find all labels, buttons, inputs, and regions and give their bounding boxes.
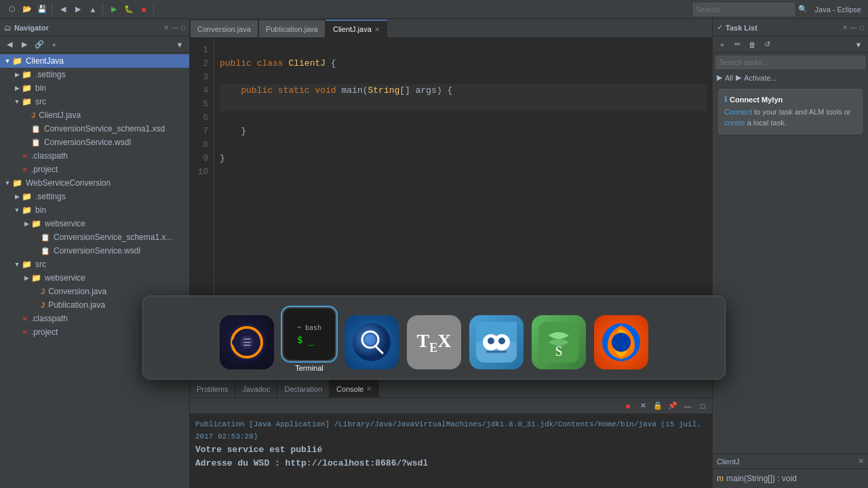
nav-new-btn[interactable]: + <box>47 38 61 52</box>
dock-app-tex[interactable]: TEX <box>407 315 461 372</box>
nav-menu-btn[interactable]: ▼ <box>173 38 186 52</box>
tree-item-webservice_conv[interactable]: ▼📁WebServiceConversion <box>0 176 189 190</box>
toolbar-btn-forward[interactable]: ▶ <box>71 3 85 16</box>
bottom-tab-console[interactable]: Console✕ <box>330 380 379 398</box>
console-minimize-btn[interactable]: — <box>681 399 694 413</box>
toolbar-btn-back[interactable]: ◀ <box>56 3 70 16</box>
task-filter-activate-label[interactable]: Activate... <box>744 74 776 82</box>
tree-item-cservice_xsd[interactable]: 📋ConversionService_schema1.xsd <box>0 122 189 136</box>
tree-item-bin1[interactable]: ▶📁bin <box>0 81 189 95</box>
tree-item-project1[interactable]: ✕.project <box>0 163 189 176</box>
connect-link[interactable]: Connect <box>724 108 752 116</box>
bottom-tabs: ProblemsJavadocDeclarationConsole✕ <box>190 380 712 398</box>
console-stop-btn[interactable]: ■ <box>621 399 635 413</box>
tree-arrow: ▶ <box>12 71 22 78</box>
task-refresh-btn[interactable]: ↺ <box>760 38 774 52</box>
tree-item-label: ClientJ.java <box>39 110 81 120</box>
console-line: Publication [Java Application] /Library/… <box>195 418 707 443</box>
tree-item-bin2[interactable]: ▼📁bin <box>0 203 189 217</box>
tree-item-label: ConversionService.wsdl <box>54 246 140 256</box>
task-list-icon: ✓ <box>717 23 723 32</box>
tree-item-webservice2[interactable]: ▶📁webservice <box>0 217 189 230</box>
console-clear-btn[interactable]: ✕ <box>636 399 650 413</box>
task-filter-all-label[interactable]: All <box>725 74 733 82</box>
toolbar-group-file: ⬡ 📂 💾 <box>3 3 52 16</box>
navigator-close-btn[interactable]: ✕ <box>163 24 169 31</box>
dock-app-firefox[interactable] <box>594 315 648 372</box>
toolbar-btn-run[interactable]: ▶ <box>107 3 121 16</box>
tree-item-cservice_xsd2[interactable]: 📋ConversionService_schema1.x... <box>0 230 189 244</box>
editor-main: Conversion.javaPublication.javaClientJ.j… <box>190 19 712 488</box>
tab-close-btn[interactable]: ✕ <box>374 26 380 33</box>
task-list-close-btn[interactable]: ✕ <box>842 24 848 31</box>
nav-collapse-btn[interactable]: ◀ <box>3 38 16 52</box>
tree-item-label: ConversionService.wsdl <box>44 138 131 147</box>
console-scroll-lock-btn[interactable]: 🔒 <box>651 399 665 413</box>
bottom-tab-declaration[interactable]: Declaration <box>277 380 330 398</box>
dock-app-quicklook[interactable] <box>344 315 399 372</box>
svg-point-19 <box>612 333 631 352</box>
tree-item-clientj[interactable]: JClientJ.java <box>0 108 189 122</box>
tree-item-settings1[interactable]: ▶📁.settings <box>0 68 189 81</box>
editor-tab-clientj[interactable]: ClientJ.java✕ <box>326 20 387 37</box>
line-number: 5 <box>193 98 208 111</box>
create-link[interactable]: create <box>724 119 745 127</box>
tree-item-icon: 📋 <box>31 138 41 147</box>
toolbar-search-btn[interactable]: 🔍 <box>796 3 810 16</box>
editor-tab-conversion[interactable]: Conversion.java <box>190 20 258 37</box>
tree-item-clientjava[interactable]: ▼📁ClientJava <box>0 54 189 68</box>
toolbar-search-input[interactable] <box>693 3 795 16</box>
tree-item-icon: 📋 <box>41 233 50 242</box>
tree-item-src2[interactable]: ▼📁src <box>0 258 189 271</box>
console-pin-btn[interactable]: 📌 <box>666 399 679 413</box>
main-layout: 🗂 Navigator ✕ — □ ◀ ▶ 🔗 + ▼ ▼📁ClientJava… <box>0 19 868 488</box>
nav-expand-btn[interactable]: ▶ <box>18 38 31 52</box>
toolbar-btn-up[interactable]: ▲ <box>86 3 100 16</box>
editor-tab-publication[interactable]: Publication.java <box>258 20 326 37</box>
toolbar-btn-new[interactable]: ⬡ <box>5 3 19 16</box>
navigator-min-btn[interactable]: — <box>172 24 178 31</box>
bottom-tab-problems[interactable]: Problems <box>190 380 235 398</box>
outline-close-btn[interactable]: ✕ <box>858 457 864 466</box>
task-menu-btn[interactable]: ▼ <box>852 38 865 52</box>
bottom-tab-close-btn[interactable]: ✕ <box>366 385 372 392</box>
code-line <box>220 111 707 125</box>
toolbar-btn-stop[interactable]: ■ <box>137 3 151 16</box>
tree-item-cservice_wsdl2[interactable]: 📋ConversionService.wsdl <box>0 244 189 258</box>
tree-item-label: bin <box>35 83 46 93</box>
dock-apps: ☰ ~ bash $ _ Terminal TEX S <box>220 307 648 372</box>
outline-item-method[interactable]: m main(String[]) : void <box>717 472 864 485</box>
tree-item-cservice_wsdl[interactable]: 📋ConversionService.wsdl <box>0 136 189 149</box>
tree-item-settings2[interactable]: ▶📁.settings <box>0 190 189 203</box>
dock-app-finder[interactable] <box>469 315 524 372</box>
tree-item-classpath1[interactable]: ✕.classpath <box>0 149 189 163</box>
bottom-tab-javadoc[interactable]: Javadoc <box>235 380 277 398</box>
dock-app-scrivener[interactable]: S <box>532 315 586 372</box>
toolbar-btn-open[interactable]: 📂 <box>20 3 34 16</box>
tree-item-webservice3[interactable]: ▶📁webservice <box>0 271 189 285</box>
toolbar-btn-save[interactable]: 💾 <box>35 3 49 16</box>
nav-link-btn[interactable]: 🔗 <box>33 38 46 52</box>
navigator-max-btn[interactable]: □ <box>181 24 185 31</box>
toolbar-btn-debug[interactable]: 🐛 <box>122 3 136 16</box>
info-icon: ℹ <box>724 95 727 104</box>
dock-app-eclipse[interactable]: ☰ <box>220 315 274 372</box>
tree-item-src1[interactable]: ▼📁src <box>0 95 189 108</box>
task-delete-btn[interactable]: 🗑 <box>745 38 759 52</box>
tree-item-icon: 📋 <box>31 125 41 134</box>
line-number: 1 <box>193 43 208 57</box>
task-list-min-btn[interactable]: — <box>850 24 857 31</box>
task-list-header: ✓ Task List ✕ — □ <box>713 19 868 37</box>
tree-item-label: ClientJava <box>26 56 64 66</box>
bottom-panel: ProblemsJavadocDeclarationConsole✕ ■ ✕ 🔒… <box>190 380 712 488</box>
terminal-app-icon: ~ bash $ _ <box>282 307 336 361</box>
tree-item-icon: 📁 <box>22 260 32 269</box>
task-new-btn[interactable]: + <box>715 38 729 52</box>
dock-app-terminal[interactable]: ~ bash $ _ Terminal <box>282 307 336 372</box>
tree-item-icon: 📁 <box>31 273 41 283</box>
task-list-max-btn[interactable]: □ <box>860 24 864 31</box>
console-maximize-btn[interactable]: □ <box>696 399 709 413</box>
task-search-input[interactable] <box>715 56 865 69</box>
tree-arrow: ▶ <box>12 193 22 200</box>
task-edit-btn[interactable]: ✏ <box>730 38 744 52</box>
